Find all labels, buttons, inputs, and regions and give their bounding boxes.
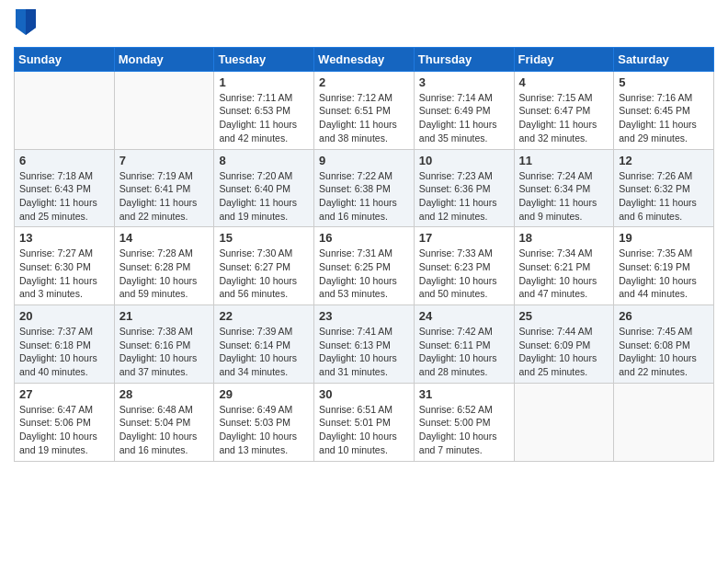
day-cell: 24Sunrise: 7:42 AM Sunset: 6:11 PM Dayli…	[414, 305, 514, 384]
day-number: 29	[219, 387, 309, 401]
day-number: 28	[119, 387, 210, 401]
logo-text	[14, 9, 36, 40]
day-cell: 16Sunrise: 7:31 AM Sunset: 6:25 PM Dayli…	[314, 227, 415, 305]
weekday-header-row: SundayMondayTuesdayWednesdayThursdayFrid…	[15, 47, 714, 71]
day-info: Sunrise: 6:52 AM Sunset: 5:00 PM Dayligh…	[419, 403, 509, 457]
day-cell: 30Sunrise: 6:51 AM Sunset: 5:01 PM Dayli…	[314, 383, 415, 461]
day-info: Sunrise: 7:44 AM Sunset: 6:09 PM Dayligh…	[519, 325, 609, 379]
day-info: Sunrise: 7:11 AM Sunset: 6:53 PM Dayligh…	[219, 91, 309, 145]
day-cell: 26Sunrise: 7:45 AM Sunset: 6:08 PM Dayli…	[614, 305, 714, 384]
logo	[14, 9, 36, 40]
day-number: 26	[619, 309, 709, 323]
day-cell: 28Sunrise: 6:48 AM Sunset: 5:04 PM Dayli…	[114, 383, 214, 461]
day-info: Sunrise: 6:48 AM Sunset: 5:04 PM Dayligh…	[119, 403, 210, 457]
day-cell: 3Sunrise: 7:14 AM Sunset: 6:49 PM Daylig…	[414, 71, 514, 149]
day-cell: 11Sunrise: 7:24 AM Sunset: 6:34 PM Dayli…	[514, 149, 614, 227]
calendar-table: SundayMondayTuesdayWednesdayThursdayFrid…	[14, 47, 714, 462]
week-row-4: 20Sunrise: 7:37 AM Sunset: 6:18 PM Dayli…	[15, 305, 714, 384]
day-cell: 2Sunrise: 7:12 AM Sunset: 6:51 PM Daylig…	[314, 71, 415, 149]
day-number: 19	[619, 231, 709, 245]
main-container: SundayMondayTuesdayWednesdayThursdayFrid…	[0, 0, 728, 476]
day-cell: 5Sunrise: 7:16 AM Sunset: 6:45 PM Daylig…	[614, 71, 714, 149]
day-cell: 8Sunrise: 7:20 AM Sunset: 6:40 PM Daylig…	[214, 149, 314, 227]
day-cell: 4Sunrise: 7:15 AM Sunset: 6:47 PM Daylig…	[514, 71, 614, 149]
day-cell: 9Sunrise: 7:22 AM Sunset: 6:38 PM Daylig…	[314, 149, 415, 227]
day-info: Sunrise: 7:28 AM Sunset: 6:28 PM Dayligh…	[119, 247, 210, 301]
day-cell: 22Sunrise: 7:39 AM Sunset: 6:14 PM Dayli…	[214, 305, 314, 384]
day-info: Sunrise: 7:33 AM Sunset: 6:23 PM Dayligh…	[419, 247, 509, 301]
day-number: 18	[519, 231, 609, 245]
day-number: 24	[419, 309, 509, 323]
day-cell	[614, 383, 714, 461]
day-cell: 27Sunrise: 6:47 AM Sunset: 5:06 PM Dayli…	[15, 383, 115, 461]
header	[14, 9, 714, 40]
weekday-header-thursday: Thursday	[414, 47, 514, 71]
week-row-2: 6Sunrise: 7:18 AM Sunset: 6:43 PM Daylig…	[15, 149, 714, 227]
day-info: Sunrise: 7:16 AM Sunset: 6:45 PM Dayligh…	[619, 91, 709, 145]
day-number: 4	[519, 75, 609, 89]
day-number: 21	[119, 309, 210, 323]
day-info: Sunrise: 7:18 AM Sunset: 6:43 PM Dayligh…	[19, 169, 109, 224]
day-number: 30	[319, 387, 409, 401]
day-number: 3	[419, 75, 509, 89]
day-cell	[15, 71, 115, 149]
day-info: Sunrise: 7:19 AM Sunset: 6:41 PM Dayligh…	[119, 169, 210, 224]
day-number: 15	[219, 231, 309, 245]
day-info: Sunrise: 7:26 AM Sunset: 6:32 PM Dayligh…	[619, 169, 709, 224]
day-number: 13	[19, 231, 109, 245]
day-info: Sunrise: 6:47 AM Sunset: 5:06 PM Dayligh…	[19, 403, 109, 457]
svg-marker-1	[26, 9, 36, 35]
day-number: 2	[319, 75, 409, 89]
weekday-header-tuesday: Tuesday	[214, 47, 314, 71]
day-cell: 20Sunrise: 7:37 AM Sunset: 6:18 PM Dayli…	[15, 305, 115, 384]
day-number: 25	[519, 309, 609, 323]
day-cell	[114, 71, 214, 149]
day-cell: 13Sunrise: 7:27 AM Sunset: 6:30 PM Dayli…	[15, 227, 115, 305]
day-number: 17	[419, 231, 509, 245]
day-cell: 19Sunrise: 7:35 AM Sunset: 6:19 PM Dayli…	[614, 227, 714, 305]
day-cell: 29Sunrise: 6:49 AM Sunset: 5:03 PM Dayli…	[214, 383, 314, 461]
day-cell: 18Sunrise: 7:34 AM Sunset: 6:21 PM Dayli…	[514, 227, 614, 305]
day-cell: 23Sunrise: 7:41 AM Sunset: 6:13 PM Dayli…	[314, 305, 415, 384]
day-info: Sunrise: 7:39 AM Sunset: 6:14 PM Dayligh…	[219, 325, 309, 379]
day-cell: 15Sunrise: 7:30 AM Sunset: 6:27 PM Dayli…	[214, 227, 314, 305]
day-info: Sunrise: 7:41 AM Sunset: 6:13 PM Dayligh…	[319, 325, 409, 379]
day-info: Sunrise: 7:34 AM Sunset: 6:21 PM Dayligh…	[519, 247, 609, 301]
day-number: 6	[19, 154, 109, 167]
day-info: Sunrise: 6:51 AM Sunset: 5:01 PM Dayligh…	[319, 403, 409, 457]
day-cell: 10Sunrise: 7:23 AM Sunset: 6:36 PM Dayli…	[414, 149, 514, 227]
week-row-5: 27Sunrise: 6:47 AM Sunset: 5:06 PM Dayli…	[15, 383, 714, 461]
day-info: Sunrise: 7:27 AM Sunset: 6:30 PM Dayligh…	[19, 247, 109, 301]
day-info: Sunrise: 7:22 AM Sunset: 6:38 PM Dayligh…	[319, 169, 409, 224]
day-info: Sunrise: 7:45 AM Sunset: 6:08 PM Dayligh…	[619, 325, 709, 379]
weekday-header-saturday: Saturday	[614, 47, 714, 71]
day-number: 8	[219, 154, 309, 167]
day-number: 23	[319, 309, 409, 323]
day-info: Sunrise: 7:14 AM Sunset: 6:49 PM Dayligh…	[419, 91, 509, 145]
weekday-header-friday: Friday	[514, 47, 614, 71]
day-number: 20	[19, 309, 109, 323]
week-row-3: 13Sunrise: 7:27 AM Sunset: 6:30 PM Dayli…	[15, 227, 714, 305]
day-info: Sunrise: 6:49 AM Sunset: 5:03 PM Dayligh…	[219, 403, 309, 457]
day-number: 9	[319, 154, 409, 167]
day-info: Sunrise: 7:42 AM Sunset: 6:11 PM Dayligh…	[419, 325, 509, 379]
day-cell	[514, 383, 614, 461]
day-number: 5	[619, 75, 709, 89]
day-cell: 17Sunrise: 7:33 AM Sunset: 6:23 PM Dayli…	[414, 227, 514, 305]
weekday-header-monday: Monday	[114, 47, 214, 71]
day-info: Sunrise: 7:35 AM Sunset: 6:19 PM Dayligh…	[619, 247, 709, 301]
weekday-header-sunday: Sunday	[15, 47, 115, 71]
day-cell: 21Sunrise: 7:38 AM Sunset: 6:16 PM Dayli…	[114, 305, 214, 384]
day-number: 7	[119, 154, 210, 167]
day-info: Sunrise: 7:31 AM Sunset: 6:25 PM Dayligh…	[319, 247, 409, 301]
day-info: Sunrise: 7:37 AM Sunset: 6:18 PM Dayligh…	[19, 325, 109, 379]
day-info: Sunrise: 7:12 AM Sunset: 6:51 PM Dayligh…	[319, 91, 409, 145]
day-cell: 6Sunrise: 7:18 AM Sunset: 6:43 PM Daylig…	[15, 149, 115, 227]
day-info: Sunrise: 7:38 AM Sunset: 6:16 PM Dayligh…	[119, 325, 210, 379]
day-info: Sunrise: 7:23 AM Sunset: 6:36 PM Dayligh…	[419, 169, 509, 224]
day-number: 1	[219, 75, 309, 89]
logo-icon	[16, 9, 36, 35]
day-info: Sunrise: 7:30 AM Sunset: 6:27 PM Dayligh…	[219, 247, 309, 301]
day-number: 14	[119, 231, 210, 245]
day-cell: 31Sunrise: 6:52 AM Sunset: 5:00 PM Dayli…	[414, 383, 514, 461]
